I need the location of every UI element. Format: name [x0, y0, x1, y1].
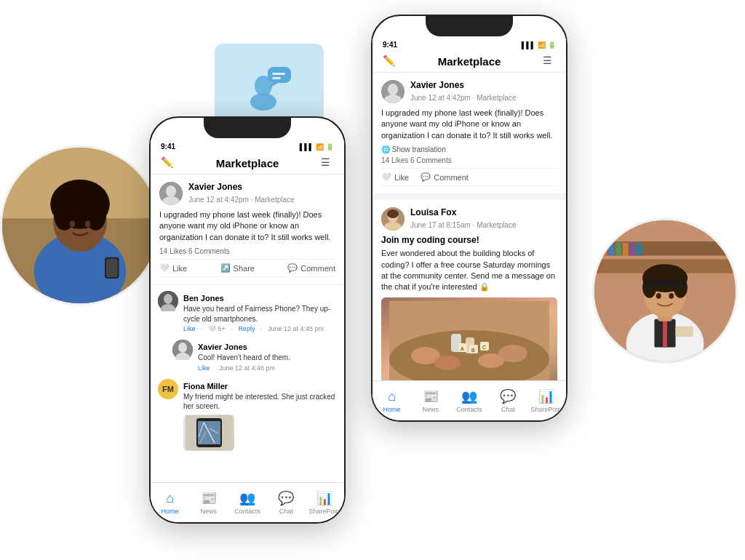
ben-time: June 12 at 4:45 pm — [268, 325, 324, 332]
home-icon-left: ⌂ — [166, 491, 174, 506]
svg-point-9 — [69, 220, 75, 228]
like-btn-left[interactable]: 🤍 Like — [159, 263, 187, 273]
fiona-text: My friend might be interested. She just … — [183, 392, 337, 412]
comment-icon-left: 💬 — [287, 263, 298, 273]
xavier-meta-right: June 12 at 4:42pm · Marketplace — [410, 94, 517, 102]
post-body-right-2: Ever wondered about the building blocks … — [381, 248, 557, 293]
svg-text:C: C — [482, 345, 486, 350]
svg-point-29 — [674, 277, 688, 298]
nav-title-right: Marketplace — [438, 55, 501, 68]
translate-icon: 🌐 — [381, 145, 390, 153]
tab-contacts-right[interactable]: 👥 Contacts — [450, 388, 488, 413]
tab-sharepoint-label-left: SharePoint — [308, 508, 341, 515]
tab-news-left[interactable]: 📰 News — [189, 490, 228, 515]
svg-point-32 — [669, 293, 674, 299]
svg-rect-14 — [594, 241, 736, 255]
ben-avatar — [158, 291, 178, 311]
comment-label-right-1: Comment — [434, 173, 469, 182]
wifi-icon-right: 📶 — [538, 41, 546, 49]
post-body-right-1: I upgraded my phone last week (finally)!… — [381, 108, 557, 141]
ben-meta: Like · 🤍 5+ · Reply · June 12 at 4:45 pm — [183, 325, 337, 332]
tab-home-label-left: Home — [162, 508, 179, 515]
share-label-left: Share — [234, 264, 255, 273]
xavier-like-link[interactable]: Like — [198, 364, 210, 372]
like-label-right-1: Like — [394, 173, 409, 182]
status-time-left: 9:41 — [161, 143, 175, 151]
svg-text:B: B — [471, 348, 475, 353]
post-card-left: Xavier Jones June 12 at 4:42pm · Marketp… — [151, 175, 344, 285]
phone-content-right: Xavier Jones June 12 at 4:42pm · Marketp… — [372, 73, 566, 417]
ben-like-link[interactable]: Like — [183, 325, 196, 332]
fiona-name: Fiona Miller — [183, 382, 228, 391]
post-card-right-1: Xavier Jones June 12 at 4:42pm · Marketp… — [372, 73, 566, 194]
show-translation-label: Show translation — [392, 145, 446, 153]
menu-icon-left[interactable]: ☰ — [321, 156, 334, 169]
news-icon-left: 📰 — [201, 490, 217, 506]
svg-text:A: A — [461, 346, 464, 351]
svg-point-31 — [656, 293, 661, 299]
comment-btn-left[interactable]: 💬 Comment — [287, 263, 335, 273]
svg-rect-16 — [608, 243, 614, 255]
fiona-image — [183, 415, 234, 451]
tab-sharepoint-right[interactable]: 📊 SharePoint — [527, 388, 566, 413]
louisa-name: Louisa Fox — [410, 207, 517, 217]
status-bar-left: 9:41 ▌▌▌ 📶 🔋 — [151, 138, 344, 152]
chat-icon-right: 💬 — [500, 388, 516, 404]
tab-chat-right[interactable]: 💬 Chat — [489, 388, 527, 413]
comment-icon-right-1: 💬 — [421, 172, 431, 182]
tab-contacts-left[interactable]: 👥 Contacts — [228, 490, 266, 515]
ben-comment-body: Ben Jones Have you heard of Fairness Pho… — [183, 291, 337, 332]
tab-sharepoint-left[interactable]: 📊 SharePoint — [306, 490, 344, 515]
sharepoint-icon-left: 📊 — [316, 490, 332, 506]
menu-icon-right[interactable]: ☰ — [543, 55, 556, 68]
share-icon-left: ↗️ — [220, 263, 231, 273]
like-icon-left: 🤍 — [159, 263, 170, 273]
tab-news-right[interactable]: 📰 News — [411, 388, 450, 413]
contacts-icon-right: 👥 — [461, 388, 477, 404]
svg-point-41 — [166, 185, 176, 197]
tab-home-right[interactable]: ⌂ Home — [372, 389, 411, 413]
louisa-meta: June 17 at 8:15am · Marketplace — [410, 221, 517, 229]
tab-news-label-left: News — [201, 508, 218, 515]
ben-dot2: · — [231, 325, 233, 332]
svg-rect-39 — [272, 77, 281, 79]
tab-home-label-right: Home — [383, 406, 401, 413]
contacts-icon-left: 👥 — [239, 490, 255, 506]
chat-icon-left: 💬 — [278, 490, 294, 506]
signal-icon: ▌▌▌ — [300, 143, 314, 151]
compose-icon-right[interactable]: ✏️ — [383, 55, 396, 68]
like-label-left: Like — [172, 264, 187, 273]
tab-chat-left[interactable]: 💬 Chat — [267, 490, 306, 515]
phone-right: 9:41 ▌▌▌ 📶 🔋 ✏️ Marketplace ☰ — [371, 15, 567, 422]
comment-btn-right-1[interactable]: 💬 Comment — [421, 172, 469, 182]
tab-home-left[interactable]: ⌂ Home — [151, 491, 189, 515]
post-author-right-2: Louisa Fox June 17 at 8:15am · Marketpla… — [410, 207, 517, 231]
compose-icon[interactable]: ✏️ — [161, 156, 174, 169]
coding-course-image: A B C — [381, 297, 557, 385]
post-author-right-1: Xavier Jones June 12 at 4:42pm · Marketp… — [410, 80, 517, 103]
ben-reply-link[interactable]: Reply — [238, 325, 255, 332]
divider-right — [372, 194, 566, 200]
xavier-reply-name: Xavier Jones — [198, 343, 247, 351]
svg-rect-18 — [623, 243, 629, 255]
show-translation-right[interactable]: 🌐 Show translation — [381, 145, 557, 153]
xavier-avatar-right — [381, 80, 405, 103]
svg-point-47 — [178, 343, 187, 353]
share-btn-left[interactable]: ↗️ Share — [220, 263, 255, 273]
xavier-name-right: Xavier Jones — [410, 80, 517, 90]
ben-text: Have you heard of Fairness Phone? They u… — [183, 304, 337, 324]
comment-ben: Ben Jones Have you heard of Fairness Pho… — [158, 291, 337, 332]
svg-point-57 — [388, 84, 398, 95]
svg-rect-33 — [676, 327, 693, 337]
post-actions-right-1: 🤍 Like 💬 Comment — [381, 168, 557, 186]
tab-contacts-label-left: Contacts — [234, 508, 260, 515]
status-time-right: 9:41 — [383, 41, 397, 49]
phone-screen-right: 9:41 ▌▌▌ 📶 🔋 ✏️ Marketplace ☰ — [372, 36, 566, 420]
like-btn-right-1[interactable]: 🤍 Like — [381, 172, 409, 182]
phone-notch-right — [426, 16, 513, 36]
tab-news-label-right: News — [423, 406, 439, 413]
coding-image-inner: A B C — [381, 297, 557, 385]
post-card-right-2: Louisa Fox June 17 at 8:15am · Marketpla… — [372, 200, 566, 393]
xavier-reply-text: Cool! Haven't heard of them. — [198, 353, 337, 363]
fiona-avatar: FM — [158, 379, 178, 399]
